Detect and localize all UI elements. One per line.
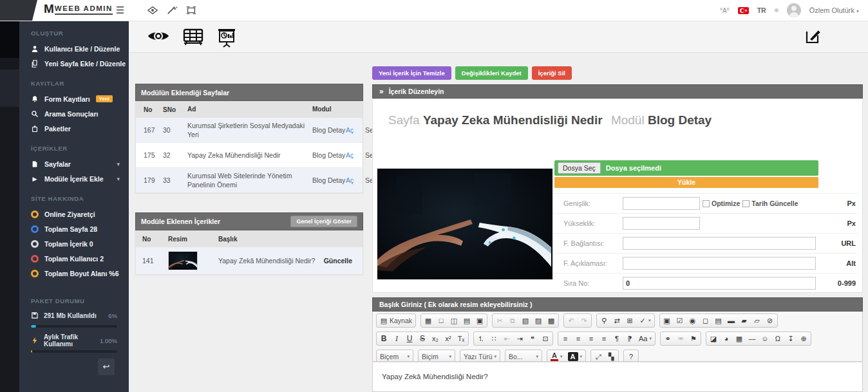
hidden-field-button[interactable]: ⊘ (766, 316, 774, 325)
cut-button[interactable]: ✂ (496, 316, 504, 325)
edit-pencil-icon[interactable] (804, 27, 822, 45)
presentation-chart-icon[interactable] (216, 28, 237, 48)
paste-text-button[interactable]: ▨ (534, 316, 542, 325)
delete-content-button[interactable]: İçeriği Sil (532, 66, 572, 80)
open-link[interactable]: Aç (346, 176, 365, 184)
user-menu[interactable]: Özlem Olutürk ▾ (809, 6, 859, 14)
show-general-content-button[interactable]: Genel İçeriği Göster (290, 216, 357, 227)
align-left-button[interactable]: ≡ (561, 334, 569, 343)
theme-eye-icon[interactable] (147, 5, 158, 15)
select-field-button[interactable]: ▬ (728, 316, 735, 325)
text-color-button[interactable]: A▾ (551, 352, 563, 361)
select-all-button[interactable]: ⊞ (626, 316, 634, 325)
italic-button[interactable]: I (393, 334, 401, 343)
sidebar-item-online-ziyaretci[interactable]: Online Ziyaretçi (19, 207, 129, 221)
update-link[interactable]: Güncelle (324, 257, 363, 265)
bg-color-button[interactable]: A▾ (568, 352, 583, 361)
magic-wand-icon[interactable] (166, 5, 178, 15)
numbered-list-button[interactable]: ⒈ (477, 334, 485, 343)
blockquote-button[interactable]: ❝ (529, 334, 536, 343)
form-button[interactable]: ▣ (663, 316, 671, 325)
upload-button[interactable]: Yükle (554, 177, 818, 188)
source-button[interactable]: ▤Kaynak (380, 316, 412, 325)
link-button[interactable]: ⚭ (664, 334, 672, 343)
maximize-button[interactable]: ⤢ (594, 352, 602, 361)
text-field-button[interactable]: ◻ (702, 316, 710, 325)
horizontal-rule-button[interactable]: ― (748, 334, 756, 343)
flash-button[interactable]: ◕ (722, 334, 730, 343)
sidebar-item-yeni-sayfa[interactable]: Yeni Sayfa Ekle / Düzenle (19, 56, 129, 71)
date-update-checkbox[interactable]: Tarih Güncelle (742, 200, 798, 207)
avatar[interactable] (787, 3, 801, 17)
radio-button[interactable]: ◉ (689, 316, 697, 325)
smiley-button[interactable]: ☺ (761, 334, 769, 343)
outdent-button[interactable]: ⇤ (503, 334, 511, 343)
sidebar-item-toplam-boyut[interactable]: Toplam Boyut Alanı %6 (19, 266, 129, 281)
order-number-input[interactable] (623, 277, 816, 290)
bidi-ltr-button[interactable]: ¶ (613, 334, 621, 343)
app-logo[interactable]: M WEEB ADMIN (44, 3, 113, 15)
language-code[interactable]: TR (757, 6, 766, 14)
undo-button[interactable]: ↶ (567, 316, 575, 325)
bidi-rtl-button[interactable]: ⁋ (626, 334, 634, 343)
table-board-icon[interactable] (182, 28, 205, 47)
align-right-button[interactable]: ≡ (587, 334, 595, 343)
align-justify-button[interactable]: ≡ (600, 334, 608, 343)
turkish-flag-icon[interactable]: ★ (738, 7, 749, 14)
find-button[interactable]: ⚲ (600, 316, 608, 325)
paste-word-button[interactable]: ▩ (547, 316, 555, 325)
page-break-button[interactable]: ↧ (787, 334, 795, 343)
fullscreen-icon[interactable] (185, 5, 197, 15)
width-input[interactable] (623, 197, 700, 210)
button-button[interactable]: ▰ (741, 316, 748, 325)
font-select-button[interactable]: Yazı Türü▾ (464, 353, 496, 360)
replace-button[interactable]: ⇄ (613, 316, 621, 325)
paste-button[interactable]: ▧ (522, 316, 529, 325)
sidebar-item-toplam-icerik[interactable]: Toplam İçerik 0 (19, 236, 129, 251)
sidebar-item-form-kayitlari[interactable]: Form Kayıtları Yeni (19, 91, 129, 106)
styles-select-button[interactable]: Biçem▾ (380, 353, 410, 360)
print-button[interactable]: ▤ (463, 316, 471, 325)
indent-button[interactable]: ⇥ (516, 334, 524, 343)
hamburger-menu-icon[interactable]: ☰ (116, 5, 124, 16)
open-link[interactable]: Aç (346, 151, 365, 159)
remove-format-button[interactable]: Tₓ (457, 334, 465, 343)
choose-file-button[interactable]: Dosya Seç (558, 162, 601, 174)
spell-check-button[interactable]: ✓▾ (639, 316, 651, 325)
textarea-button[interactable]: ▤ (715, 316, 722, 325)
align-center-button[interactable]: ≡ (574, 334, 582, 343)
language-button[interactable]: Aa▾ (639, 334, 652, 343)
sidebar-item-arama-sonuclari[interactable]: Arama Sonuçları (19, 106, 129, 121)
new-page-button[interactable]: □ (437, 316, 445, 325)
save-changes-button[interactable]: Değişiklikleri Kaydet (455, 66, 528, 80)
photo-description-input[interactable] (623, 257, 816, 270)
sidebar-item-sayfalar[interactable]: Sayfalar ▾ (19, 156, 129, 171)
preview-eye-icon[interactable] (147, 28, 170, 44)
about-button[interactable]: ? (627, 352, 635, 361)
special-char-button[interactable]: Ω (774, 334, 782, 343)
translate-icon[interactable]: ⁰A⁰ (720, 7, 730, 14)
unlink-button[interactable]: ⚮ (677, 334, 684, 343)
sidebar-item-module-icerik-ekle[interactable]: ▶ Modüle İçerik Ekle ▾ (19, 171, 129, 186)
optimize-checkbox[interactable]: Optimize (703, 200, 740, 207)
clear-for-new-content-button[interactable]: Yeni İçerik İçin Temizle (372, 66, 451, 80)
underline-button[interactable]: U (406, 334, 413, 343)
format-select-button[interactable]: Biçim▾ (422, 353, 451, 360)
show-blocks-button[interactable]: ▚ (607, 352, 615, 361)
anchor-button[interactable]: ⚑ (690, 334, 697, 343)
sidebar-item-paketler[interactable]: Paketler (19, 121, 129, 136)
height-input[interactable] (623, 217, 700, 230)
subscript-button[interactable]: x₂ (431, 334, 439, 343)
open-link[interactable]: Aç (346, 126, 365, 134)
superscript-button[interactable]: x² (444, 334, 452, 343)
strikethrough-button[interactable]: S (419, 334, 426, 343)
rich-text-editor-content[interactable]: Yapay Zekâ Mühendisliği Nedir? (372, 362, 863, 392)
sidebar-item-kullanici-ekle[interactable]: Kullanıcı Ekle / Düzenle (19, 41, 129, 56)
templates-button[interactable]: ▣ (476, 316, 484, 325)
sidebar-collapse-button[interactable]: ↩ (98, 359, 115, 375)
photo-link-input[interactable] (623, 237, 816, 250)
table-button[interactable]: ▦ (735, 334, 743, 343)
save-button[interactable]: ▦ (424, 316, 432, 325)
redo-button[interactable]: ↷ (580, 316, 588, 325)
sidebar-item-toplam-sayfa[interactable]: Toplam Sayfa 28 (19, 221, 129, 236)
